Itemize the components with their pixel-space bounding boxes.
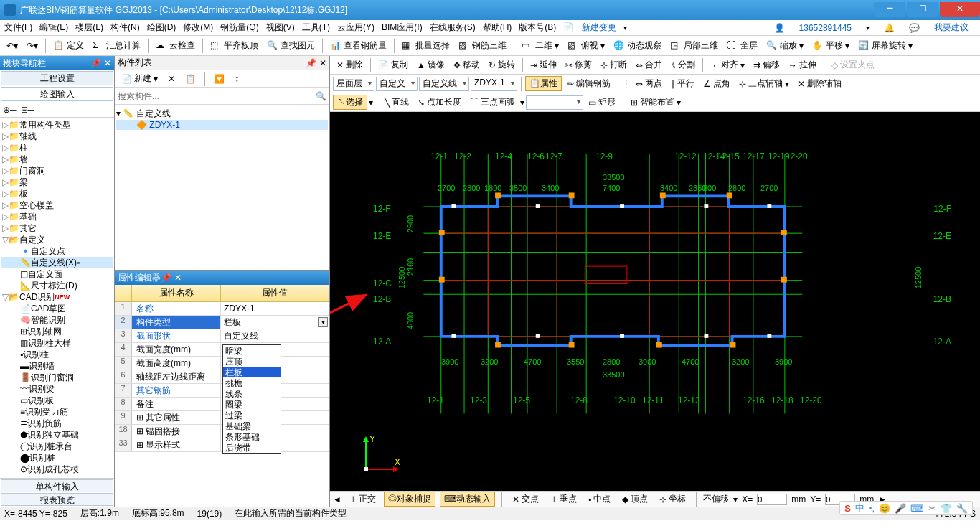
- dropdown-option[interactable]: 栏板: [223, 367, 281, 377]
- smart-layout-button[interactable]: ⊞智能布置▾: [627, 95, 684, 111]
- prop-row-2[interactable]: 2构件类型栏板▾: [115, 316, 329, 329]
- split-button[interactable]: ⑊分割: [667, 57, 699, 73]
- delete-button[interactable]: ✕删除: [333, 57, 367, 73]
- nav-tree[interactable]: ▷📁 常用构件类型 ▷📁 轴线 ▷📁 柱 ▷📁 墙 ▷📁 门窗洞 ▷📁 梁 ▷📁…: [0, 118, 114, 478]
- search-icon[interactable]: 🔍: [316, 91, 326, 101]
- sort-icon[interactable]: ↕: [231, 71, 242, 87]
- redo-button[interactable]: ↷▾: [23, 38, 42, 54]
- filter-icon[interactable]: 🔽: [210, 71, 228, 87]
- define-button[interactable]: 📋定义: [50, 38, 88, 54]
- menu-version[interactable]: 版本号(B): [519, 22, 556, 34]
- prop-row-1[interactable]: 1名称ZDYX-1: [115, 302, 329, 316]
- zoom-button[interactable]: 🔍缩放▾: [763, 38, 807, 54]
- rect-button[interactable]: ▭矩形: [585, 95, 619, 111]
- dropdown-option[interactable]: 挑檐: [223, 377, 281, 388]
- menu-modify[interactable]: 修改(M): [183, 22, 213, 34]
- two-point-button[interactable]: ⇔两点: [632, 76, 666, 92]
- draw-combo[interactable]: [526, 95, 583, 110]
- view-rebar-button[interactable]: 📊查看钢筋量: [326, 38, 390, 54]
- pan-button[interactable]: ✋平移▾: [809, 38, 853, 54]
- close-button[interactable]: ✕: [940, 2, 980, 17]
- aux-axis-button[interactable]: ⊹三点辅轴▾: [735, 76, 793, 92]
- menu-view[interactable]: 视图(V): [266, 22, 295, 34]
- drawing-canvas[interactable]: 12-F 12-E 12-C 12-B 12-A 12-F 12-E 12-B …: [330, 112, 980, 491]
- offset-button[interactable]: ⇉偏移: [750, 57, 783, 73]
- 2d-button[interactable]: ▭二维▾: [518, 38, 562, 54]
- del-aux-button[interactable]: ✕删除辅轴: [794, 76, 845, 92]
- osnap-toggle[interactable]: ◎对象捕捉: [384, 492, 435, 507]
- proj-setting-tab[interactable]: 工程设置: [1, 71, 113, 85]
- menu-floor[interactable]: 楼层(L): [75, 22, 103, 34]
- single-input-tab[interactable]: 单构件输入: [1, 479, 113, 492]
- tree-item-zdyx1[interactable]: 🔶 ZDYX-1: [116, 120, 328, 130]
- select-button[interactable]: ↖选择: [333, 95, 367, 110]
- dyn-input-toggle[interactable]: ⌨动态输入: [440, 492, 495, 507]
- grip-button[interactable]: ◇设置夹点: [828, 57, 878, 73]
- expand-icon[interactable]: ⊕─: [3, 105, 17, 115]
- menu-tools[interactable]: 工具(T): [302, 22, 330, 34]
- draw-input-tab[interactable]: 绘图输入: [1, 87, 113, 101]
- pin-icon[interactable]: 📌: [90, 58, 101, 68]
- edit-rebar-button[interactable]: ✏编辑钢筋: [563, 76, 614, 92]
- ortho-toggle[interactable]: ⊥正交: [346, 492, 380, 507]
- screen-rotate-button[interactable]: 🔄屏幕旋转▾: [854, 38, 916, 54]
- trim-button[interactable]: ✂修剪: [562, 57, 595, 73]
- dropdown-option[interactable]: 基础梁: [223, 420, 281, 431]
- coord-toggle[interactable]: ⊹坐标: [656, 492, 689, 507]
- top-view-button[interactable]: ▧俯视▾: [564, 38, 608, 54]
- menu-edit[interactable]: 编辑(E): [39, 22, 68, 34]
- dropdown-option[interactable]: 条形基础: [223, 431, 281, 442]
- pin-icon[interactable]: 📌: [306, 58, 316, 68]
- component-type-dropdown[interactable]: 暗梁压顶栏板挑檐线条圈梁过梁基础梁条形基础后浇带: [222, 344, 281, 454]
- suggest-link[interactable]: 我要建议: [934, 22, 969, 34]
- close-icon[interactable]: ✕: [319, 58, 326, 68]
- dropdown-option[interactable]: 圈梁: [223, 399, 281, 410]
- line-button[interactable]: ╲直线: [381, 95, 413, 111]
- search-input[interactable]: [118, 90, 316, 103]
- delete-icon[interactable]: ✕: [164, 71, 179, 87]
- rotate-button[interactable]: ↻旋转: [485, 57, 519, 73]
- pin-icon[interactable]: 📌: [161, 273, 171, 283]
- mirror-button[interactable]: ▲镜像: [413, 57, 448, 73]
- merge-button[interactable]: ⇔合并: [632, 57, 666, 73]
- cloud-check-button[interactable]: ☁云检查: [152, 38, 199, 54]
- extend-button[interactable]: ⇥延伸: [527, 57, 560, 73]
- mid-toggle[interactable]: ▪中点: [585, 492, 614, 507]
- new-button[interactable]: 📄新建▾: [118, 71, 161, 87]
- align-button[interactable]: ⫠对齐▾: [707, 57, 748, 73]
- category-combo[interactable]: 自定义: [376, 77, 418, 91]
- ime-bar[interactable]: S 中 •, 😊 🎤 ⌨ ✂ 👕 🔧: [839, 501, 973, 515]
- point-length-button[interactable]: ↘点加长度: [414, 95, 465, 111]
- arc-button[interactable]: ⌒三点画弧: [466, 95, 519, 111]
- copy-icon[interactable]: 📋: [182, 71, 199, 87]
- parallel-button[interactable]: ∥平行: [667, 76, 698, 92]
- vertex-toggle[interactable]: ◆顶点: [618, 492, 651, 507]
- floor-combo[interactable]: 屋面层: [333, 77, 374, 91]
- attr-button[interactable]: 📋属性: [525, 76, 562, 91]
- minimize-button[interactable]: ━: [874, 2, 905, 17]
- phone-link[interactable]: 13652891445: [799, 23, 852, 33]
- find-element-button[interactable]: 🔍查找图元: [263, 38, 319, 54]
- bell-icon[interactable]: 🔔: [884, 23, 895, 33]
- prop-row-3[interactable]: 3截面形状自定义线: [115, 329, 329, 343]
- local-3d-button[interactable]: ◳局部三维: [666, 38, 722, 54]
- perp-toggle[interactable]: ⊥垂点: [547, 492, 580, 507]
- menu-online[interactable]: 在线服务(S): [430, 22, 476, 34]
- new-change-link[interactable]: 新建变更: [582, 22, 616, 34]
- menu-cloud[interactable]: 云应用(Y): [337, 22, 374, 34]
- type-combo[interactable]: 自定义线: [419, 77, 469, 91]
- intersect-toggle[interactable]: ✕交点: [509, 492, 542, 507]
- dropdown-option[interactable]: 暗梁: [223, 345, 281, 356]
- dropdown-arrow[interactable]: ▾: [318, 317, 328, 327]
- move-button[interactable]: ✥移动: [450, 57, 484, 73]
- stretch-button[interactable]: ↔拉伸: [785, 57, 820, 73]
- undo-button[interactable]: ↶▾: [3, 38, 22, 54]
- sum-button[interactable]: Σ汇总计算: [89, 38, 144, 54]
- batch-select-button[interactable]: ▦批量选择: [398, 38, 453, 54]
- offset-x-input[interactable]: [757, 494, 787, 505]
- rebar-3d-button[interactable]: ▨钢筋三维: [455, 38, 510, 54]
- menu-draw[interactable]: 绘图(D): [147, 22, 176, 34]
- dropdown-option[interactable]: 过梁: [223, 410, 281, 420]
- dropdown-option[interactable]: 压顶: [223, 356, 281, 367]
- point-angle-button[interactable]: ∠点角: [699, 76, 734, 92]
